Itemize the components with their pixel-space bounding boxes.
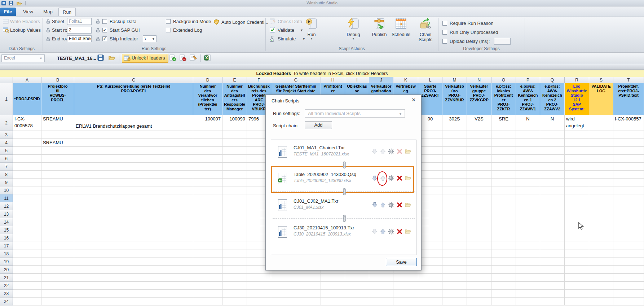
cell[interactable] xyxy=(516,139,540,147)
open-folder-icon[interactable] xyxy=(405,148,411,155)
header-cell-Q[interactable]: e.p@ss: AWV- Kennzeich en 2 PROJ- ZZAWV2 xyxy=(540,83,565,115)
cell[interactable] xyxy=(222,210,247,218)
cell[interactable] xyxy=(491,202,516,210)
cell[interactable] xyxy=(41,242,74,250)
cell[interactable] xyxy=(13,139,41,147)
cell[interactable] xyxy=(41,163,74,171)
cell[interactable] xyxy=(13,202,41,210)
cell[interactable] xyxy=(222,139,247,147)
cell[interactable] xyxy=(222,242,247,250)
cell[interactable] xyxy=(491,218,516,226)
cell[interactable] xyxy=(193,147,222,155)
delete-icon[interactable] xyxy=(396,202,403,208)
cell[interactable] xyxy=(345,274,369,282)
cell[interactable] xyxy=(193,258,222,266)
skip-indicator-dropdown[interactable]: \ ▼ xyxy=(143,35,156,42)
cell[interactable] xyxy=(565,242,589,250)
cell[interactable] xyxy=(193,274,222,282)
column-letter-G[interactable]: G xyxy=(271,77,321,83)
remove-document-icon[interactable] xyxy=(180,54,187,62)
cell[interactable] xyxy=(516,274,540,282)
cell[interactable] xyxy=(193,210,222,218)
cell[interactable] xyxy=(540,258,565,266)
cell[interactable] xyxy=(345,290,369,298)
cell[interactable] xyxy=(442,163,467,171)
cell[interactable] xyxy=(271,290,321,298)
cell[interactable] xyxy=(13,163,41,171)
cell[interactable] xyxy=(540,202,565,210)
move-down-icon[interactable] xyxy=(371,202,378,208)
row-number[interactable]: 4 xyxy=(0,139,13,147)
cell[interactable] xyxy=(565,131,589,139)
start-row-input[interactable]: 2 xyxy=(67,27,92,34)
cell[interactable] xyxy=(13,218,41,226)
start-sap-gui-checkbox[interactable] xyxy=(102,28,107,32)
cell[interactable] xyxy=(418,274,442,282)
cell[interactable] xyxy=(467,298,491,305)
cell[interactable] xyxy=(41,202,74,210)
cell[interactable] xyxy=(74,179,193,186)
chain-script-item[interactable]: CJ01_MA1_Chained.TxrTESTE_MA1_16072021.x… xyxy=(271,143,416,161)
column-letter-J[interactable]: J xyxy=(369,77,393,83)
cell[interactable] xyxy=(222,298,247,305)
cell[interactable] xyxy=(516,147,540,155)
cell[interactable] xyxy=(193,139,222,147)
schedule-button[interactable]: Schedule xyxy=(390,17,412,45)
cell[interactable] xyxy=(369,298,393,305)
cell[interactable] xyxy=(74,210,193,218)
cell[interactable] xyxy=(540,242,565,250)
cell[interactable] xyxy=(565,250,589,258)
cell[interactable] xyxy=(540,186,565,194)
cell[interactable] xyxy=(442,171,467,179)
header-cell-M[interactable]: Verkaufsb üro PROJ- ZZVKBUR xyxy=(442,83,467,115)
cell[interactable] xyxy=(467,202,491,210)
cell[interactable] xyxy=(247,274,271,282)
row-number[interactable]: 7 xyxy=(0,163,13,171)
cell[interactable] xyxy=(516,290,540,298)
cell[interactable] xyxy=(613,226,644,234)
column-letter-M[interactable]: M xyxy=(442,77,467,83)
cell[interactable] xyxy=(540,194,565,202)
cell[interactable] xyxy=(41,218,74,226)
header-cell-L[interactable]: Sparte PROJ- ZZSPART xyxy=(418,83,442,115)
cell[interactable]: 100090 xyxy=(222,115,247,131)
cell[interactable] xyxy=(193,194,222,202)
cell[interactable] xyxy=(222,218,247,226)
add-document-icon[interactable] xyxy=(169,54,177,62)
column-letter-B[interactable]: B xyxy=(41,77,74,83)
cell[interactable] xyxy=(613,202,644,210)
cell[interactable] xyxy=(565,194,589,202)
row-number[interactable]: 1 xyxy=(0,83,13,115)
cell[interactable] xyxy=(467,234,491,242)
cell[interactable] xyxy=(467,242,491,250)
cell[interactable] xyxy=(74,218,193,226)
cell[interactable]: SRE xyxy=(491,115,516,131)
cell[interactable] xyxy=(193,218,222,226)
cell[interactable] xyxy=(418,186,442,194)
cell[interactable] xyxy=(516,218,540,226)
row-number[interactable]: 10 xyxy=(0,186,13,194)
cell[interactable] xyxy=(589,163,613,171)
cell[interactable] xyxy=(491,298,516,305)
cell[interactable] xyxy=(516,155,540,163)
cell[interactable] xyxy=(418,234,442,242)
lookup-values-button[interactable]: Lookup Values xyxy=(10,27,41,33)
cell[interactable] xyxy=(418,147,442,155)
cell[interactable] xyxy=(565,139,589,147)
cell[interactable] xyxy=(516,234,540,242)
row-number[interactable]: 9 xyxy=(0,179,13,186)
cell[interactable] xyxy=(491,147,516,155)
cell[interactable] xyxy=(418,218,442,226)
cell[interactable] xyxy=(442,274,467,282)
cell[interactable] xyxy=(467,179,491,186)
column-letter-Q[interactable]: Q xyxy=(540,77,565,83)
cell[interactable] xyxy=(565,147,589,155)
cell[interactable] xyxy=(491,258,516,266)
skip-indicator-checkbox[interactable] xyxy=(102,36,107,41)
cell[interactable] xyxy=(418,242,442,250)
cell[interactable] xyxy=(271,298,321,305)
cell[interactable] xyxy=(516,282,540,290)
cell[interactable] xyxy=(613,234,644,242)
cell[interactable] xyxy=(491,282,516,290)
cell[interactable] xyxy=(222,290,247,298)
